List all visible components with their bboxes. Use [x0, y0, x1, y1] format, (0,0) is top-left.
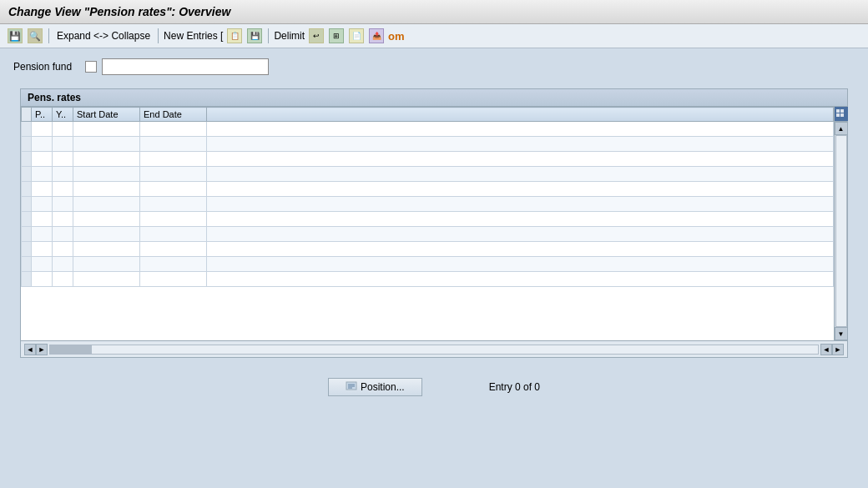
cell-enddate[interactable] — [140, 212, 207, 227]
cell-startdate[interactable] — [73, 197, 140, 212]
cell-p[interactable] — [32, 167, 53, 182]
expand-collapse-button[interactable]: Expand <-> Collapse — [54, 29, 153, 43]
cell-p[interactable] — [32, 257, 53, 272]
cell-enddate[interactable] — [140, 197, 207, 212]
row-selector-cell[interactable] — [22, 137, 32, 152]
pension-fund-checkbox[interactable] — [85, 61, 97, 73]
cell-startdate[interactable] — [73, 152, 140, 167]
table-row[interactable] — [22, 182, 834, 197]
cell-extra — [207, 167, 834, 182]
row-selector-cell[interactable] — [22, 197, 32, 212]
save-icon[interactable]: 💾 — [7, 28, 23, 44]
row-selector-cell[interactable] — [22, 122, 32, 137]
delimit-button[interactable]: Delimit — [274, 30, 305, 42]
cell-y[interactable] — [53, 137, 73, 152]
cell-y[interactable] — [53, 152, 73, 167]
nav-next-button[interactable]: ► — [36, 344, 48, 355]
row-selector-cell[interactable] — [22, 167, 32, 182]
cell-p[interactable] — [32, 197, 53, 212]
table-row[interactable] — [22, 257, 834, 272]
cell-p[interactable] — [32, 152, 53, 167]
cell-y[interactable] — [53, 257, 73, 272]
cell-startdate[interactable] — [73, 182, 140, 197]
cell-enddate[interactable] — [140, 227, 207, 242]
row-selector-cell[interactable] — [22, 257, 32, 272]
cell-startdate[interactable] — [73, 227, 140, 242]
cell-p[interactable] — [32, 182, 53, 197]
copy-icon[interactable]: 📋 — [226, 28, 243, 44]
table-row[interactable] — [22, 122, 834, 137]
horizontal-scroll-thumb[interactable] — [50, 345, 92, 354]
table-row[interactable] — [22, 137, 834, 152]
col-end-header[interactable]: End Date — [140, 108, 207, 122]
cell-y[interactable] — [53, 227, 73, 242]
cell-startdate[interactable] — [73, 167, 140, 182]
cell-startdate[interactable] — [73, 212, 140, 227]
cell-enddate[interactable] — [140, 137, 207, 152]
cell-p[interactable] — [32, 137, 53, 152]
table-row[interactable] — [22, 167, 834, 182]
scroll-track[interactable] — [835, 135, 847, 327]
new-entries-button[interactable]: New Entries [ — [164, 30, 223, 42]
row-selector-cell[interactable] — [22, 272, 32, 287]
cell-y[interactable] — [53, 242, 73, 257]
cell-p[interactable] — [32, 227, 53, 242]
cell-y[interactable] — [53, 197, 73, 212]
cell-p[interactable] — [32, 272, 53, 287]
cell-startdate[interactable] — [73, 242, 140, 257]
cell-y[interactable] — [53, 122, 73, 137]
cell-y[interactable] — [53, 212, 73, 227]
table-row[interactable] — [22, 242, 834, 257]
row-selector-cell[interactable] — [22, 152, 32, 167]
table-row[interactable] — [22, 212, 834, 227]
undo-icon[interactable]: ↩ — [308, 28, 325, 44]
cell-enddate[interactable] — [140, 167, 207, 182]
cell-enddate[interactable] — [140, 152, 207, 167]
vertical-scrollbar[interactable]: ▲ ▼ — [834, 107, 847, 340]
scroll-up-button[interactable]: ▲ — [835, 122, 848, 135]
col-y-header[interactable]: Y.. — [53, 108, 73, 122]
row-selector-cell[interactable] — [22, 242, 32, 257]
table-icon[interactable]: ⊞ — [328, 28, 345, 44]
grid-settings-icon[interactable] — [835, 107, 848, 122]
cell-p[interactable] — [32, 122, 53, 137]
nav-first-button[interactable]: ◄ — [24, 344, 36, 355]
cell-y[interactable] — [53, 272, 73, 287]
save2-icon[interactable]: 💾 — [246, 28, 263, 44]
pension-fund-input[interactable] — [102, 58, 269, 75]
title-bar: Change View "Pension rates": Overview — [0, 0, 868, 24]
scroll-down-button[interactable]: ▼ — [835, 327, 848, 340]
cell-startdate[interactable] — [73, 122, 140, 137]
find-icon[interactable]: 🔍 — [27, 28, 43, 44]
cell-extra — [207, 272, 834, 287]
nav-last-button[interactable]: ► — [832, 344, 844, 355]
table-row[interactable] — [22, 272, 834, 287]
col-extra-header — [207, 108, 834, 122]
position-button[interactable]: Position... — [328, 378, 422, 396]
cell-enddate[interactable] — [140, 122, 207, 137]
cell-enddate[interactable] — [140, 272, 207, 287]
horizontal-scroll-track[interactable] — [49, 345, 819, 355]
row-selector-cell[interactable] — [22, 182, 32, 197]
cell-enddate[interactable] — [140, 182, 207, 197]
cell-enddate[interactable] — [140, 242, 207, 257]
cell-p[interactable] — [32, 242, 53, 257]
cell-p[interactable] — [32, 212, 53, 227]
table-row[interactable] — [22, 152, 834, 167]
cell-startdate[interactable] — [73, 257, 140, 272]
cell-y[interactable] — [53, 182, 73, 197]
col-p-header[interactable]: P.. — [32, 108, 53, 122]
cell-y[interactable] — [53, 167, 73, 182]
save3-icon[interactable]: 📄 — [348, 28, 365, 44]
cell-startdate[interactable] — [73, 137, 140, 152]
row-selector-cell[interactable] — [22, 212, 32, 227]
row-selector-cell[interactable] — [22, 227, 32, 242]
cell-extra — [207, 182, 834, 197]
nav-prev-right-button[interactable]: ◄ — [820, 344, 832, 355]
export-icon[interactable]: 📤 — [368, 28, 385, 44]
col-start-header[interactable]: Start Date — [73, 108, 140, 122]
table-row[interactable] — [22, 197, 834, 212]
table-row[interactable] — [22, 227, 834, 242]
cell-enddate[interactable] — [140, 257, 207, 272]
cell-startdate[interactable] — [73, 272, 140, 287]
